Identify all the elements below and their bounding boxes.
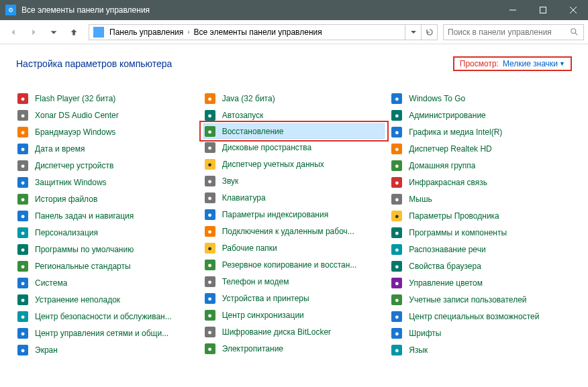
svg-point-4 <box>571 28 576 33</box>
item-icon: ● <box>17 144 28 154</box>
back-button[interactable] <box>4 23 23 42</box>
item-icon: ● <box>17 227 28 238</box>
control-panel-item[interactable]: ●Центр синхронизации <box>203 307 385 323</box>
item-icon: ● <box>391 144 402 154</box>
control-panel-item[interactable]: ●Электропитание <box>203 340 385 357</box>
control-panel-item[interactable]: ●Телефон и модем <box>203 273 385 290</box>
item-label: История файлов <box>35 195 97 204</box>
item-icon: ● <box>17 211 28 221</box>
item-icon: ● <box>17 93 28 104</box>
control-panel-item[interactable]: ●Распознавание речи <box>390 241 572 258</box>
control-panel-item[interactable]: ●Панель задач и навигация <box>16 207 198 224</box>
item-label: Шифрование диска BitLocker <box>222 327 331 337</box>
view-mode-selector: Просмотр: Мелкие значки ▼ <box>453 56 572 71</box>
control-panel-item[interactable]: ●Центр специальных возможностей <box>390 308 572 325</box>
item-label: Экран <box>35 345 58 355</box>
control-panel-item[interactable]: ●Параметры Проводника <box>390 207 572 224</box>
item-icon: ● <box>17 278 28 288</box>
item-label: Учетные записи пользователей <box>409 295 526 305</box>
control-panel-item[interactable]: ●Программы по умолчанию <box>16 241 198 258</box>
control-panel-item[interactable]: ●Диспетчер устройств <box>16 157 198 174</box>
forward-button[interactable] <box>24 23 43 42</box>
close-button[interactable] <box>558 0 588 20</box>
item-icon: ● <box>17 160 28 171</box>
recent-dropdown-button[interactable] <box>44 23 63 42</box>
control-panel-item[interactable]: ●Звук <box>203 172 385 189</box>
control-panel-item[interactable]: ●Свойства браузера <box>390 258 572 274</box>
item-icon: ● <box>205 243 215 254</box>
control-panel-item[interactable]: ●Резервное копирование и восстан... <box>203 256 385 273</box>
control-panel-item[interactable]: ●Управление цветом <box>390 274 572 291</box>
control-panel-item[interactable]: ●Клавиатура <box>203 189 385 206</box>
control-panel-item[interactable]: ●Java (32 бита) <box>203 90 385 107</box>
control-panel-item[interactable]: ●Администрирование <box>390 107 572 123</box>
item-label: Рабочие папки <box>222 243 277 253</box>
control-panel-item[interactable]: ●Графика и медиа Intel(R) <box>390 123 572 140</box>
item-label: Управление цветом <box>409 278 483 288</box>
item-icon: ● <box>205 126 215 137</box>
control-panel-item[interactable]: ●Flash Player (32 бита) <box>16 90 198 107</box>
control-panel-item[interactable]: ●Центр безопасности и обслуживан... <box>16 308 198 325</box>
item-label: Java (32 бита) <box>222 94 275 103</box>
address-bar[interactable]: Панель управления › Все элементы панели … <box>89 24 438 40</box>
control-panel-item[interactable]: ●Подключения к удаленным рабоч... <box>203 223 385 239</box>
search-input[interactable] <box>448 27 570 37</box>
control-panel-item[interactable]: ●Диспетчер учетных данных <box>203 156 385 172</box>
breadcrumb-current[interactable]: Все элементы панели управления <box>193 27 324 37</box>
control-panel-item[interactable]: ●Дата и время <box>16 140 198 157</box>
control-panel-item[interactable]: ●История файлов <box>16 190 198 207</box>
control-panel-item[interactable]: ●Мышь <box>390 190 572 207</box>
control-panel-item[interactable]: ●Язык <box>390 341 572 358</box>
item-icon: ● <box>391 278 402 288</box>
control-panel-item[interactable]: ●Домашняя группа <box>390 157 572 174</box>
control-panel-item[interactable]: ●Программы и компоненты <box>390 224 572 241</box>
control-panel-item[interactable]: ●Устройства и принтеры <box>203 290 385 307</box>
control-panel-item[interactable]: ●Экран <box>16 341 198 358</box>
control-panel-item[interactable]: ●Персонализация <box>16 224 198 241</box>
item-label: Программы и компоненты <box>409 228 507 237</box>
control-panel-item[interactable]: ●Автозапуск <box>203 107 385 123</box>
control-panel-item[interactable]: ●Диспетчер Realtek HD <box>390 140 572 157</box>
maximize-button[interactable] <box>528 0 558 20</box>
control-panel-item[interactable]: ●Устранение неполадок <box>16 291 198 308</box>
minimize-button[interactable] <box>497 0 528 20</box>
control-panel-item[interactable]: ●Инфракрасная связь <box>390 174 572 190</box>
control-panel-item[interactable]: ●Windows To Go <box>390 90 572 107</box>
search-box[interactable] <box>443 24 584 40</box>
breadcrumb-root[interactable]: Панель управления <box>108 27 185 37</box>
item-icon: ● <box>205 192 215 203</box>
control-panel-item[interactable]: ●Xonar DS Audio Center <box>16 107 198 123</box>
item-icon: ● <box>205 110 215 121</box>
control-panel-item[interactable]: ●Шрифты <box>390 325 572 341</box>
item-label: Центр управления сетями и общи... <box>35 329 168 338</box>
item-label: Подключения к удаленным рабоч... <box>222 227 354 236</box>
control-panel-item[interactable]: ●Учетные записи пользователей <box>390 291 572 308</box>
control-panel-item[interactable]: ●Центр управления сетями и общи... <box>16 325 198 341</box>
control-panel-item[interactable]: ●Шифрование диска BitLocker <box>203 323 385 340</box>
control-panel-item[interactable]: ●Параметры индексирования <box>203 206 385 223</box>
control-panel-item[interactable]: ●Система <box>16 274 198 291</box>
item-label: Домашняя группа <box>409 161 475 170</box>
address-dropdown-button[interactable] <box>405 25 421 40</box>
refresh-button[interactable] <box>421 25 437 40</box>
svg-rect-1 <box>540 7 546 13</box>
control-panel-item[interactable]: ●Дисковые пространства <box>203 139 385 156</box>
chevron-down-icon[interactable]: ▼ <box>559 60 565 67</box>
item-icon: ● <box>391 244 402 255</box>
item-icon: ● <box>205 293 215 304</box>
control-panel-item[interactable]: ●Рабочие папки <box>203 239 385 256</box>
view-value-link[interactable]: Мелкие значки <box>503 59 558 68</box>
control-panel-item[interactable]: ●Региональные стандарты <box>16 258 198 274</box>
control-panel-item[interactable]: ●Восстановление <box>203 123 385 139</box>
item-icon: ● <box>391 294 402 305</box>
breadcrumb-separator-icon[interactable]: › <box>185 28 192 36</box>
content-header: Настройка параметров компьютера Просмотр… <box>16 56 572 71</box>
item-label: Защитник Windows <box>35 178 107 187</box>
control-panel-item[interactable]: ●Защитник Windows <box>16 174 198 190</box>
item-label: Xonar DS Audio Center <box>35 111 119 120</box>
control-panel-item[interactable]: ●Брандмауэр Windows <box>16 123 198 140</box>
titlebar: ⚙ Все элементы панели управления <box>0 0 588 20</box>
up-button[interactable] <box>64 23 83 42</box>
item-label: Диспетчер устройств <box>35 161 113 170</box>
item-icon: ● <box>391 328 402 339</box>
